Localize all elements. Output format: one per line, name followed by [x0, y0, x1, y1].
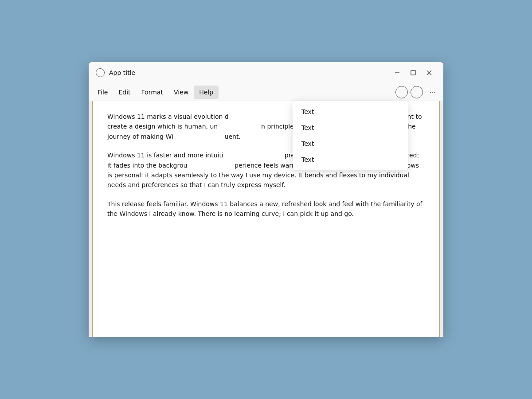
- minimize-button[interactable]: [390, 66, 404, 80]
- app-window: App title File Edit Format: [89, 62, 443, 337]
- dropdown-item-2[interactable]: Text: [293, 120, 408, 136]
- right-margin: [439, 101, 443, 337]
- dropdown-item-4[interactable]: Text: [293, 152, 408, 168]
- menu-file[interactable]: File: [92, 86, 113, 99]
- menu-view[interactable]: View: [168, 86, 194, 99]
- close-button[interactable]: [422, 66, 436, 80]
- circle-button-2[interactable]: [411, 86, 423, 98]
- app-icon: [96, 68, 105, 77]
- dropdown-item-3[interactable]: Text: [293, 136, 408, 152]
- menu-help[interactable]: Help: [194, 86, 219, 99]
- paragraph-3: This release feels familiar. Windows 11 …: [107, 199, 425, 219]
- circle-button-1[interactable]: [395, 86, 408, 98]
- window-controls: [390, 66, 436, 80]
- help-dropdown-menu: Text Text Text Text: [293, 101, 408, 170]
- menubar-right-controls: ···: [395, 86, 440, 98]
- maximize-button[interactable]: [406, 66, 420, 80]
- menu-format[interactable]: Format: [136, 86, 168, 99]
- menu-edit[interactable]: Edit: [113, 86, 136, 99]
- more-options-button[interactable]: ···: [426, 86, 440, 98]
- titlebar: App title: [89, 62, 443, 83]
- left-margin: [89, 101, 93, 337]
- dropdown-item-1[interactable]: Text: [293, 104, 408, 120]
- window-title: App title: [109, 69, 390, 76]
- menubar: File Edit Format View Help ··· Text Text…: [89, 83, 443, 101]
- svg-rect-1: [411, 70, 415, 75]
